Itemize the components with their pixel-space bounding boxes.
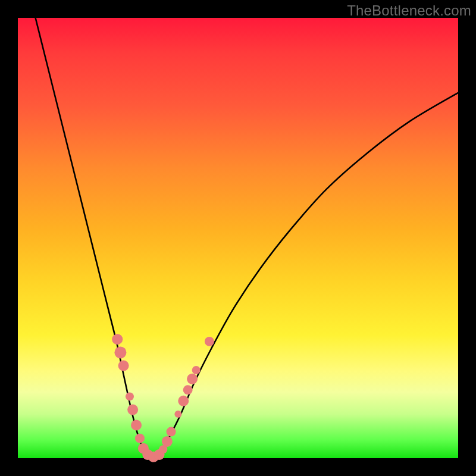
highlight-dot bbox=[126, 392, 134, 400]
curve-layer bbox=[18, 18, 458, 458]
highlight-dot bbox=[162, 436, 173, 447]
highlight-dot bbox=[187, 374, 198, 384]
highlight-dot bbox=[183, 385, 193, 394]
chart-frame: TheBottleneck.com bbox=[0, 0, 476, 476]
highlight-dot bbox=[192, 366, 201, 374]
highlight-dot bbox=[114, 346, 126, 358]
highlight-dot bbox=[127, 405, 138, 415]
highlight-dot bbox=[118, 361, 129, 371]
plot-area bbox=[18, 18, 458, 458]
watermark-text: TheBottleneck.com bbox=[347, 2, 471, 19]
highlight-dot bbox=[205, 337, 214, 346]
highlight-dot bbox=[178, 396, 189, 406]
highlight-dot bbox=[131, 420, 142, 431]
highlight-dots bbox=[112, 334, 214, 462]
bottleneck-curve bbox=[36, 18, 458, 459]
highlight-dot bbox=[174, 411, 181, 418]
highlight-dot bbox=[167, 427, 176, 437]
highlight-dot bbox=[112, 334, 123, 345]
highlight-dot bbox=[135, 434, 145, 443]
